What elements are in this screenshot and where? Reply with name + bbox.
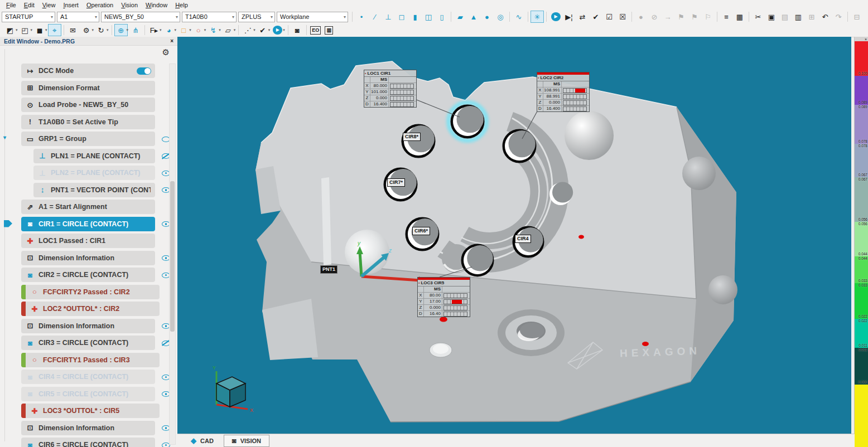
probe-file-icon[interactable]: F▸ xyxy=(147,24,161,36)
edit-item-dimension-information[interactable]: ⊡Dimension Information xyxy=(21,421,155,435)
workplane-select[interactable]: Workplane▾ xyxy=(277,12,348,22)
tab-cad[interactable]: ◆CAD xyxy=(183,435,221,447)
edit-item-t1a0b0-set-active-tip[interactable]: !T1A0B0 = Set Active Tip xyxy=(21,115,155,129)
chevron-down-icon[interactable]: ▾ xyxy=(268,28,271,32)
tab-vision[interactable]: ◙VISION xyxy=(224,435,269,447)
loop-icon[interactable]: ⇄ xyxy=(576,11,589,23)
cad-view-icon[interactable]: ◩ xyxy=(3,24,17,36)
rotate-icon[interactable]: ↻ xyxy=(94,24,108,36)
edit-window-scrollbar[interactable] xyxy=(169,64,176,445)
measurement-label-loc1-cir1[interactable]: ▪LOC1 CIR1MSX80.000Y101.000Z0.000D16.400 xyxy=(364,70,417,108)
probe-axes-icon[interactable]: ⋔ xyxy=(129,24,142,36)
cad-viewport[interactable]: y x z Y X HEXAGON CIR8*CIR7*CIR6*CIR4PNT… xyxy=(177,37,851,434)
edit-item-dimension-information[interactable]: ⊡Dimension Information xyxy=(21,319,155,333)
comment-icon[interactable]: ✉ xyxy=(66,24,80,36)
cone-icon[interactable]: ▲ xyxy=(467,11,480,23)
edit-item-pnt1-vector-point-contact[interactable]: ↨PNT1 = VECTOR POINT (CONTACT) xyxy=(33,183,155,197)
probe-select[interactable]: NEW5_BY_50▾ xyxy=(101,12,180,22)
chevron-down-icon[interactable]: ▾ xyxy=(283,28,285,32)
camera-icon[interactable]: ◙ xyxy=(291,24,304,36)
paste-special-icon[interactable]: ▥ xyxy=(792,11,805,23)
view-window-icon[interactable]: □ xyxy=(177,24,190,36)
feature-tag-cir4[interactable]: CIR4 xyxy=(515,235,531,243)
chevron-down-icon[interactable]: ▾ xyxy=(107,28,109,32)
bookmark-clear-icon[interactable]: ⚐ xyxy=(701,11,715,23)
edit-item-dimension-information[interactable]: ⊡Dimension Information xyxy=(21,251,155,265)
feature-tag-cir8[interactable]: CIR8* xyxy=(403,133,421,141)
pattern-icon[interactable]: ⊞ xyxy=(805,11,818,23)
menu-item-vision[interactable]: Vision xyxy=(117,1,142,9)
settings-icon[interactable]: ⚙ xyxy=(80,24,93,36)
measurement-label-loc3-cir5[interactable]: ▪LOC3 CIR5MSX80.00Y17.00Z0.000D16.40 xyxy=(417,277,470,317)
edit-item-cir3-circle-contact[interactable]: ◙CIR3 = CIRCLE (CONTACT) xyxy=(21,336,155,350)
bookmark-icon[interactable]: ⚑ xyxy=(674,11,688,23)
chevron-down-icon[interactable]: ▾ xyxy=(175,28,177,32)
report-window-icon[interactable]: EO xyxy=(309,24,322,36)
workplane-axis-select[interactable]: ZPLUS▾ xyxy=(238,12,275,22)
square-slot-icon[interactable]: ◫ xyxy=(422,11,435,23)
report-pass-icon[interactable]: ☑ xyxy=(602,11,616,23)
wireframe-view-icon[interactable]: ◰ xyxy=(18,24,32,36)
dcc-mode-toggle[interactable] xyxy=(137,67,151,75)
chevron-down-icon[interactable]: ▾ xyxy=(31,28,33,32)
chevron-down-icon[interactable]: ▾ xyxy=(234,28,236,32)
chevron-down-icon[interactable]: ▾ xyxy=(189,28,191,32)
execute-icon[interactable]: ▶ xyxy=(549,11,562,23)
report-view-icon[interactable]: ≡ xyxy=(720,11,733,23)
layers-icon[interactable]: ▱ xyxy=(221,24,235,36)
chevron-down-icon[interactable]: ▾ xyxy=(127,28,129,32)
confirm-icon[interactable]: ✔ xyxy=(589,11,602,23)
stats-window-icon[interactable]: ▥ xyxy=(322,24,336,36)
torus-icon[interactable]: ◎ xyxy=(494,11,507,23)
jump-icon[interactable]: ↯ xyxy=(206,24,220,36)
edit-item-a1-start-alignment[interactable]: ⇗A1 = Start Alignment xyxy=(21,200,155,214)
edit-item-pln2-plane-contact[interactable]: ⊥PLN2 = PLANE (CONTACT) xyxy=(33,166,155,180)
redo-icon[interactable]: ↷ xyxy=(832,11,845,23)
menu-item-view[interactable]: View xyxy=(38,1,60,9)
circle-icon[interactable]: ◻ xyxy=(395,11,408,23)
edit-item-loc1-passed-cir1[interactable]: ✚LOC1 Passed : CIR1 xyxy=(21,234,155,248)
cut-icon[interactable]: ✂ xyxy=(751,11,765,23)
edit-item-loc2-outtol-cir2[interactable]: ✚LOC2 *OUTTOL* : CIR2 xyxy=(21,302,160,316)
edit-item-load-probe-new5-by-50[interactable]: ⊙Load Probe - NEW5_BY_50 xyxy=(21,98,155,112)
stop-disabled-icon[interactable]: ⊘ xyxy=(648,11,661,23)
highlight-circle-icon[interactable]: ○ xyxy=(192,24,205,36)
tip-select[interactable]: T1A0B0▾ xyxy=(182,12,237,22)
gear-icon[interactable]: ⚙ xyxy=(162,47,170,57)
feature-tag-pnt1[interactable]: PNT1 xyxy=(320,265,337,274)
print-icon[interactable]: ⊟ xyxy=(850,11,864,23)
stop-icon[interactable]: ● xyxy=(634,11,648,23)
pan-icon[interactable]: ⌖ xyxy=(48,24,61,36)
confirm2-icon[interactable]: ✔ xyxy=(256,24,269,36)
feature-tag-cir7[interactable]: CIR7* xyxy=(387,178,405,187)
edit-item-dimension-format[interactable]: ⊞Dimension Format xyxy=(21,81,155,95)
feature-tag-cir6[interactable]: CIR6* xyxy=(412,227,430,235)
translate-icon[interactable]: ⊕ xyxy=(114,24,128,36)
bookmark-insert-icon[interactable]: ⚑ xyxy=(688,11,701,23)
chevron-down-icon[interactable]: ▾ xyxy=(16,28,18,32)
shaded-view-icon[interactable]: ◼ xyxy=(33,24,46,36)
menu-item-file[interactable]: File xyxy=(2,1,20,9)
edit-item-loc3-outtol-cir5[interactable]: ✚LOC3 *OUTTOL* : CIR5 xyxy=(21,404,160,418)
path-icon[interactable]: ⋰ xyxy=(241,24,254,36)
point-icon[interactable]: • xyxy=(355,11,368,23)
alignment-select[interactable]: STARTUP▾ xyxy=(2,12,55,22)
edit-item-cir4-circle-contact[interactable]: ◙CIR4 = CIRCLE (CONTACT) xyxy=(21,370,155,384)
report-fail-icon[interactable]: ☒ xyxy=(616,11,629,23)
menu-item-edit[interactable]: Edit xyxy=(20,1,38,9)
expander-icon[interactable]: ▾ xyxy=(3,134,6,140)
edit-item-cir1-circle-contact[interactable]: ◙CIR1 = CIRCLE (CONTACT) xyxy=(21,217,155,231)
copy-icon[interactable]: ▣ xyxy=(765,11,778,23)
report-template-icon[interactable]: ▦ xyxy=(733,11,746,23)
menu-item-window[interactable]: Window xyxy=(142,1,171,9)
chevron-down-icon[interactable]: ▾ xyxy=(45,28,47,32)
edit-item-cir5-circle-contact[interactable]: ◙CIR5 = CIRCLE (CONTACT) xyxy=(21,387,155,401)
edit-item-cir2-circle-contact[interactable]: ◙CIR2 = CIRCLE (CONTACT) xyxy=(21,268,155,282)
round-slot-icon[interactable]: ▮ xyxy=(408,11,422,23)
edit-item-pln1-plane-contact[interactable]: ⊥PLN1 = PLANE (CONTACT) xyxy=(33,149,155,163)
undo-icon[interactable]: ↶ xyxy=(818,11,832,23)
edit-item-cir6-circle-contact[interactable]: ◙CIR6 = CIRCLE (CONTACT) xyxy=(21,438,155,447)
menu-item-help[interactable]: Help xyxy=(171,1,192,9)
close-icon[interactable]: × xyxy=(865,37,867,41)
scrollbar-thumb[interactable] xyxy=(170,181,175,332)
